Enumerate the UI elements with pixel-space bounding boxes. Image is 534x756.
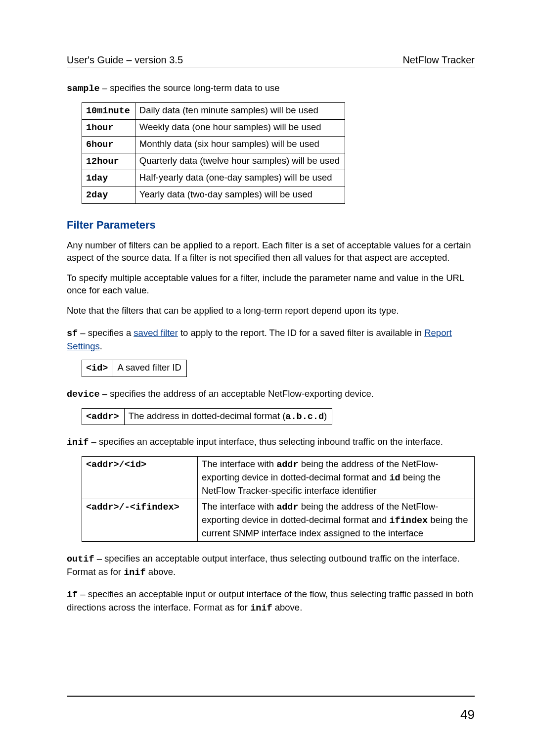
intro-paragraph: To specify multiple acceptable values fo… xyxy=(67,272,475,297)
footer-rule xyxy=(67,696,475,697)
table-row: 1day Half-yearly data (one-day samples) … xyxy=(82,170,345,187)
page-number: 49 xyxy=(460,707,475,722)
table-row: 10minute Daily data (ten minute samples)… xyxy=(82,102,345,119)
param-name: sample xyxy=(67,84,100,94)
param-name: device xyxy=(67,389,100,400)
inif-desc: The interface with addr being the addres… xyxy=(198,457,475,499)
device-desc: The address in dotted-decimal format (a.… xyxy=(124,408,332,425)
inif-key: <addr>/-<ifindex> xyxy=(86,502,179,513)
table-row: <addr>/<id> The interface with addr bein… xyxy=(82,457,475,499)
intro-paragraph: Note that the filters that can be applie… xyxy=(67,305,475,317)
sample-desc: Yearly data (two-day samples) will be us… xyxy=(135,187,345,203)
sample-key: 1day xyxy=(86,173,108,184)
param-name: outif xyxy=(67,554,94,565)
table-row: 6hour Monthly data (six hour samples) wi… xyxy=(82,136,345,153)
device-param: device – specifies the address of an acc… xyxy=(67,388,475,401)
page-header: User's Guide – version 3.5 NetFlow Track… xyxy=(67,54,475,67)
inif-key: <addr>/<id> xyxy=(86,460,146,470)
param-name: sf xyxy=(67,329,78,339)
device-table: <addr> The address in dotted-decimal for… xyxy=(82,408,332,425)
table-row: <id> A saved filter ID xyxy=(82,360,187,377)
sample-desc: Monthly data (six hour samples) will be … xyxy=(135,136,345,153)
saved-filter-link[interactable]: saved filter xyxy=(134,328,178,338)
sample-key: 1hour xyxy=(86,123,114,133)
device-key: <addr> xyxy=(86,412,119,422)
sample-desc: Weekly data (one hour samples) will be u… xyxy=(135,119,345,136)
outif-param: outif – specifies an acceptable output i… xyxy=(67,553,475,579)
sample-desc: Quarterly data (twelve hour samples) wil… xyxy=(135,153,345,170)
sample-key: 10minute xyxy=(86,106,130,116)
sample-desc: Half-yearly data (one-day samples) will … xyxy=(135,170,345,187)
param-name: if xyxy=(67,590,78,600)
sf-desc: A saved filter ID xyxy=(113,360,187,377)
inif-param: inif – specifies an acceptable input int… xyxy=(67,436,475,449)
sample-key: 6hour xyxy=(86,140,114,150)
sample-param: sample – specifies the source long-term … xyxy=(67,82,475,95)
param-name: inif xyxy=(67,437,89,448)
sample-key: 2day xyxy=(86,190,108,200)
inif-desc: The interface with addr being the addres… xyxy=(198,499,475,542)
table-row: 2day Yearly data (two-day samples) will … xyxy=(82,187,345,203)
table-row: <addr> The address in dotted-decimal for… xyxy=(82,408,332,425)
sample-key: 12hour xyxy=(86,156,119,167)
header-right: NetFlow Tracker xyxy=(402,54,475,66)
header-left: User's Guide – version 3.5 xyxy=(67,54,183,66)
section-heading: Filter Parameters xyxy=(67,219,475,232)
sf-key: <id> xyxy=(86,363,108,374)
table-row: 1hour Weekly data (one hour samples) wil… xyxy=(82,119,345,136)
sample-table: 10minute Daily data (ten minute samples)… xyxy=(82,102,345,204)
if-param: if – specifies an acceptable input or ou… xyxy=(67,588,475,615)
sample-desc: Daily data (ten minute samples) will be … xyxy=(135,102,345,119)
inif-table: <addr>/<id> The interface with addr bein… xyxy=(82,456,475,542)
intro-paragraph: Any number of filters can be applied to … xyxy=(67,239,475,264)
table-row: 12hour Quarterly data (twelve hour sampl… xyxy=(82,153,345,170)
sf-param: sf – specifies a saved filter to apply t… xyxy=(67,327,475,353)
sf-table: <id> A saved filter ID xyxy=(82,360,187,377)
table-row: <addr>/-<ifindex> The interface with add… xyxy=(82,499,475,542)
